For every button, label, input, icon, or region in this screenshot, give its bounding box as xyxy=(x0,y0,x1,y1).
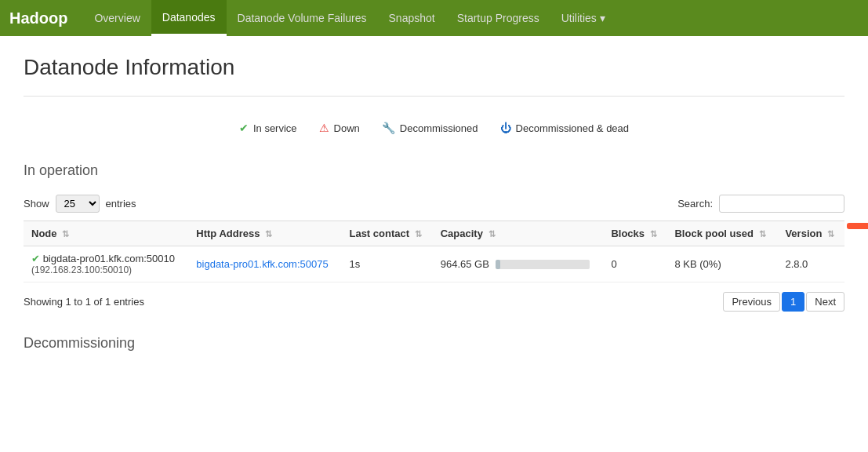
previous-button[interactable]: Previous xyxy=(723,292,780,312)
nav-datanodes[interactable]: Datanodes xyxy=(151,0,227,36)
http-address-cell: bigdata-pro01.kfk.com:50075 xyxy=(188,246,341,282)
sort-contact-icon[interactable]: ⇅ xyxy=(415,229,422,239)
sort-node-icon[interactable]: ⇅ xyxy=(62,229,69,239)
col-capacity-label: Capacity xyxy=(441,228,483,239)
col-node-label: Node xyxy=(31,228,57,239)
table-footer: Showing 1 to 1 of 1 entries Previous 1 N… xyxy=(24,292,844,312)
col-capacity: Capacity ⇅ xyxy=(433,221,604,246)
capacity-text: 964.65 GB xyxy=(441,258,489,270)
table-body: ✔ bigdata-pro01.kfk.com:50010 (192.168.2… xyxy=(24,246,844,282)
legend-down: ⚠ Down xyxy=(319,122,360,134)
node-name: bigdata-pro01.kfk.com:50010 xyxy=(43,253,175,264)
nav-startup-progress[interactable]: Startup Progress xyxy=(446,0,550,36)
header-row: Node ⇅ Http Address ⇅ Last contact ⇅ Cap… xyxy=(24,221,844,246)
last-contact-cell: 1s xyxy=(341,246,432,282)
title-divider xyxy=(24,96,844,97)
blocks-cell: 0 xyxy=(603,246,666,282)
capacity-progress-wrap xyxy=(496,260,590,269)
nav-overview[interactable]: Overview xyxy=(83,0,151,36)
search-label: Search: xyxy=(677,198,713,210)
col-blockpool: Block pool used ⇅ xyxy=(666,221,777,246)
page-1-button[interactable]: 1 xyxy=(782,292,804,312)
node-cell: ✔ bigdata-pro01.kfk.com:50010 (192.168.2… xyxy=(24,246,188,282)
version-cell: 2.8.0 xyxy=(777,246,844,282)
show-entries: Show 10 25 50 100 entries xyxy=(24,195,136,213)
utilities-label: Utilities xyxy=(561,12,597,24)
sort-capacity-icon[interactable]: ⇅ xyxy=(488,229,496,239)
legend-down-label: Down xyxy=(334,122,360,134)
nav-snapshot[interactable]: Snapshot xyxy=(378,0,446,36)
capacity-cell: 964.65 GB xyxy=(433,246,604,282)
navbar: Hadoop Overview Datanodes Datanode Volum… xyxy=(0,0,868,36)
in-operation-header: In operation xyxy=(24,162,844,182)
legend-in-service: ✔ In service xyxy=(239,122,297,134)
legend: ✔ In service ⚠ Down 🔧 Decommissioned ⏻ D… xyxy=(24,112,844,144)
capacity-bar: 964.65 GB xyxy=(441,258,596,270)
col-http-label: Http Address xyxy=(196,228,260,239)
csdn-badge: 英 xyxy=(847,223,868,229)
nav-links: Overview Datanodes Datanode Volume Failu… xyxy=(83,0,616,36)
table-controls: Show 10 25 50 100 entries Search: xyxy=(24,195,844,213)
page-content: Datanode Information ✔ In service ⚠ Down… xyxy=(0,36,868,386)
http-address-link[interactable]: bigdata-pro01.kfk.com:50075 xyxy=(196,258,328,270)
chevron-down-icon: ▾ xyxy=(600,12,605,24)
nav-volume-failures[interactable]: Datanode Volume Failures xyxy=(227,0,378,36)
table-row: ✔ bigdata-pro01.kfk.com:50010 (192.168.2… xyxy=(24,246,844,282)
legend-decommissioned: 🔧 Decommissioned xyxy=(382,122,478,134)
search-input[interactable] xyxy=(719,195,844,213)
sort-blocks-icon[interactable]: ⇅ xyxy=(650,229,657,239)
decommissioning-header: Decommissioning xyxy=(24,335,844,355)
nav-utilities[interactable]: Utilities ▾ xyxy=(550,0,616,36)
brand-logo[interactable]: Hadoop xyxy=(9,9,67,27)
datanodes-table: Node ⇅ Http Address ⇅ Last contact ⇅ Cap… xyxy=(24,221,844,282)
col-blocks: Blocks ⇅ xyxy=(603,221,666,246)
showing-text: Showing 1 to 1 of 1 entries xyxy=(24,296,144,308)
capacity-progress-fill xyxy=(496,260,500,269)
col-version: Version ⇅ xyxy=(777,221,844,246)
page-title: Datanode Information xyxy=(24,55,844,80)
decommissioning-section: Decommissioning xyxy=(24,335,844,355)
next-button[interactable]: Next xyxy=(806,292,844,312)
entries-select[interactable]: 10 25 50 100 xyxy=(56,195,100,213)
col-http: Http Address ⇅ xyxy=(188,221,341,246)
entries-label: entries xyxy=(106,198,136,210)
power-icon: ⏻ xyxy=(500,122,511,134)
col-node: Node ⇅ xyxy=(24,221,188,246)
col-blocks-label: Blocks xyxy=(611,228,645,239)
col-blockpool-label: Block pool used xyxy=(674,228,753,239)
node-status-check: ✔ xyxy=(31,253,40,264)
legend-decommissioned-dead-label: Decommissioned & dead xyxy=(516,122,630,134)
node-name-container: ✔ bigdata-pro01.kfk.com:50010 xyxy=(31,253,180,264)
show-label: Show xyxy=(24,198,49,210)
col-contact-label: Last contact xyxy=(349,228,409,239)
down-icon: ⚠ xyxy=(319,122,329,134)
sort-blockpool-icon[interactable]: ⇅ xyxy=(759,229,766,239)
search-box: Search: xyxy=(677,195,844,213)
blockpool-cell: 8 KB (0%) xyxy=(666,246,777,282)
sort-http-icon[interactable]: ⇅ xyxy=(265,229,272,239)
legend-decommissioned-label: Decommissioned xyxy=(400,122,478,134)
col-version-label: Version xyxy=(785,228,822,239)
checkmark-icon: ✔ xyxy=(239,122,249,134)
wrench-icon: 🔧 xyxy=(382,122,395,134)
legend-decommissioned-dead: ⏻ Decommissioned & dead xyxy=(500,122,630,134)
node-sub: (192.168.23.100:50010) xyxy=(31,264,180,275)
pagination: Previous 1 Next xyxy=(723,292,844,312)
col-contact: Last contact ⇅ xyxy=(341,221,432,246)
table-header: Node ⇅ Http Address ⇅ Last contact ⇅ Cap… xyxy=(24,221,844,246)
sort-version-icon[interactable]: ⇅ xyxy=(827,229,834,239)
legend-in-service-label: In service xyxy=(253,122,297,134)
